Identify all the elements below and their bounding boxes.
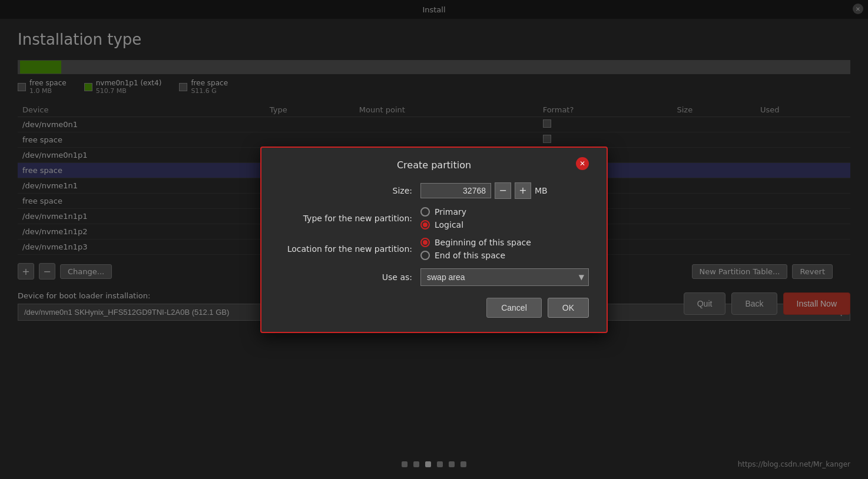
dialog-titlebar: Create partition ✕ [279, 159, 589, 171]
type-primary-option[interactable]: Primary [420, 207, 466, 217]
dialog-close-button[interactable]: ✕ [576, 157, 589, 170]
type-logical-option[interactable]: Logical [420, 220, 466, 229]
location-beginning-label: Beginning of this space [435, 238, 531, 247]
size-decrease-button[interactable]: − [495, 182, 511, 199]
location-row: Location for the new partition: Beginnin… [279, 238, 589, 260]
location-control: Beginning of this space End of this spac… [420, 238, 589, 260]
size-label: Size: [279, 186, 420, 195]
size-input[interactable] [420, 183, 491, 198]
size-control: − + MB [420, 182, 589, 199]
use-as-label: Use as: [279, 272, 420, 282]
dialog-overlay: Create partition ✕ Size: − + MB Type for… [0, 0, 868, 479]
location-beginning-radio[interactable] [420, 238, 430, 247]
size-unit: MB [535, 186, 548, 195]
type-label: Type for the new partition: [279, 214, 420, 223]
type-row: Type for the new partition: Primary Logi… [279, 207, 589, 229]
location-beginning-option[interactable]: Beginning of this space [420, 238, 531, 247]
type-primary-radio[interactable] [420, 207, 430, 217]
create-partition-dialog: Create partition ✕ Size: − + MB Type for… [260, 147, 608, 333]
type-radio-group: Primary Logical [420, 207, 466, 229]
use-as-wrapper: swap areaExt4 journaling file systemExt3… [420, 268, 589, 286]
location-radio-group: Beginning of this space End of this spac… [420, 238, 531, 260]
type-control: Primary Logical [420, 207, 589, 229]
use-as-row: Use as: swap areaExt4 journaling file sy… [279, 268, 589, 286]
size-row: Size: − + MB [279, 182, 589, 199]
location-end-option[interactable]: End of this space [420, 251, 531, 260]
dialog-title: Create partition [397, 159, 471, 171]
dialog-cancel-button[interactable]: Cancel [486, 298, 542, 318]
location-end-label: End of this space [435, 251, 505, 260]
type-primary-label: Primary [435, 207, 466, 217]
use-as-select[interactable]: swap areaExt4 journaling file systemExt3… [420, 268, 589, 286]
dialog-ok-button[interactable]: OK [548, 298, 589, 318]
location-end-radio[interactable] [420, 251, 430, 260]
type-logical-radio[interactable] [420, 220, 430, 229]
dialog-buttons: Cancel OK [279, 298, 589, 318]
size-increase-button[interactable]: + [515, 182, 531, 199]
type-logical-label: Logical [435, 220, 463, 229]
location-label: Location for the new partition: [279, 244, 420, 254]
